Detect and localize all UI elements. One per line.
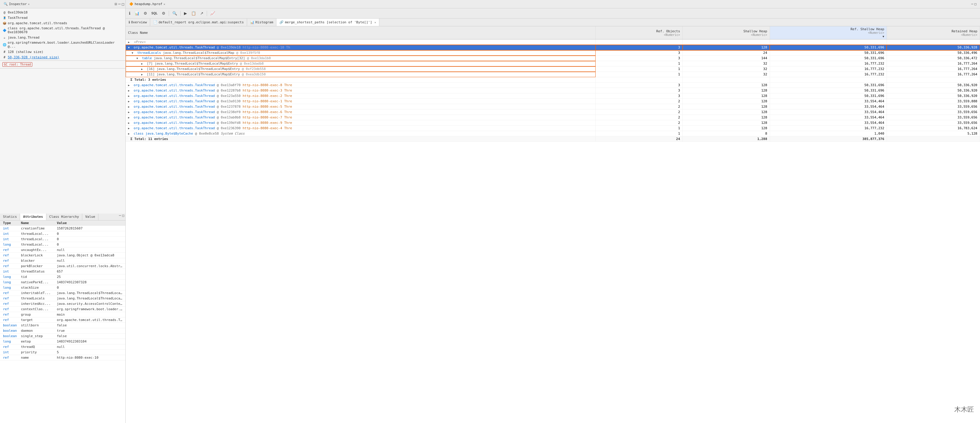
expand-threadlocals-icon[interactable]: ▼ <box>132 51 135 54</box>
table-row[interactable]: ▶ [11] java.lang.ThreadLocal$ThreadLocal… <box>126 72 980 77</box>
tab-value[interactable]: Value <box>82 214 99 220</box>
heapdump-max-btn[interactable]: □ <box>974 2 977 6</box>
gc-root-badge[interactable]: GC root: Thread <box>2 62 32 67</box>
attr-row-threadq[interactable]: ref threadQ null <box>0 344 125 350</box>
attr-row-inheritedacc[interactable]: ref inheritedAcc... java.security.Access… <box>0 301 125 307</box>
table-row[interactable]: ▶ org.apache.tomcat.util.threads.TaskThr… <box>126 99 980 104</box>
attr-row-threadlocal3[interactable]: long threadLocal... 0 <box>0 242 125 247</box>
attr-row-threadstatus[interactable]: int threadStatus 657 <box>0 269 125 274</box>
attr-row-contextclas[interactable]: ref contextClas... org.springframework.b… <box>0 307 125 312</box>
table-row[interactable]: ▶ org.apache.tomcat.util.threads.TaskThr… <box>126 88 980 93</box>
col-retained[interactable]: Retained Heap <Numeric> <box>887 26 980 40</box>
inspector-action-btn2[interactable]: ─ <box>118 2 121 6</box>
table-row[interactable]: ▼ threadLocals java.lang.ThreadLocal$Thr… <box>126 50 980 56</box>
expand-8f70-icon[interactable]: ▶ <box>128 84 131 87</box>
table-row[interactable]: ▶ org.apache.tomcat.util.threads.TaskThr… <box>126 104 980 110</box>
toolbar-export-btn[interactable]: 📋 <box>190 11 197 16</box>
attr-row-creationtime[interactable]: int creationTime 1587262815607 <box>0 226 125 231</box>
table-row[interactable]: ▶ org.apache.tomcat.util.threads.TaskThr… <box>126 120 980 126</box>
heapdump-tab-close[interactable]: ✕ <box>164 3 165 6</box>
attr-row-eetop[interactable]: long eetop 140374912303104 <box>0 339 125 344</box>
col-shallowheap[interactable]: Shallow Heap <Numeric> <box>682 26 770 40</box>
attr-row-threadlocal1[interactable]: int threadLocal... 0 <box>0 231 125 237</box>
inspector-tab-title[interactable]: 🔍 Inspector ✕ <box>1 2 32 6</box>
expand-entry16-icon[interactable]: ▶ <box>141 68 144 71</box>
expand-6390-icon[interactable]: ▶ <box>128 127 131 130</box>
attr-row-priority[interactable]: int priority 5 <box>0 350 125 355</box>
inspector-item-package[interactable]: 📦 org.apache.tomcat.util.threads <box>0 20 125 26</box>
col-refshallow[interactable]: Ref. Shallow Heap <Numeric> <box>770 26 887 40</box>
table-row[interactable]: ▶ org.apache.tomcat.util.threads.TaskThr… <box>126 115 980 120</box>
toolbar-run-btn[interactable]: ▶ <box>183 11 188 16</box>
table-row[interactable]: ▶ org.apache.tomcat.util.threads.TaskThr… <box>126 83 980 88</box>
col-classname[interactable]: Class Name <box>126 26 596 40</box>
tab-merge-paths[interactable]: 🔗 merge_shortest_paths [selection of 'By… <box>277 19 379 26</box>
inspector-item-class[interactable]: 🔷 class org.apache.tomcat.util.threads.T… <box>0 26 125 35</box>
table-row[interactable]: ▶ class java.lang.Byte$ByteCache @ 0xe0e… <box>126 131 980 137</box>
tab-attributes[interactable]: Attributes <box>20 214 46 220</box>
expand-bytecache-icon[interactable]: ▶ <box>128 132 131 135</box>
toolbar-search-btn[interactable]: 🔍 <box>171 11 178 16</box>
expand-main-icon[interactable]: ▼ <box>128 46 131 49</box>
attr-row-daemon[interactable]: boolean daemon true <box>0 328 125 334</box>
toolbar-sql-btn[interactable]: SQL <box>150 11 159 16</box>
expand-df0-icon[interactable]: ▶ <box>128 111 131 114</box>
expand-7878-icon[interactable]: ▶ <box>128 105 131 108</box>
table-row[interactable]: ▶ org.apache.tomcat.util.threads.TaskThr… <box>126 93 980 99</box>
expand-fd8-icon[interactable]: ▶ <box>128 121 131 124</box>
expand-b0b8-icon[interactable]: ▶ <box>128 116 131 119</box>
tab-class-hierarchy[interactable]: Class Hierarchy <box>46 214 82 220</box>
expand-a550-icon[interactable]: ▶ <box>128 95 131 97</box>
inspector-item-thread[interactable]: ☕ java.lang.Thread <box>0 35 125 40</box>
merge-tab-close[interactable]: ✕ <box>374 21 376 24</box>
tab-default-report[interactable]: 📄 default_report org.eclipse.mat.api:sus… <box>150 19 247 26</box>
inspector-item-taskthread[interactable]: 🧵 TaskThread <box>0 15 125 20</box>
inspector-item-retained[interactable]: # 50,336,928 (retained size) <box>0 54 125 60</box>
attr-row-group[interactable]: ref group main <box>0 312 125 317</box>
attr-row-stillborn[interactable]: boolean stillborn false <box>0 323 125 328</box>
table-row[interactable]: ▶ org.apache.tomcat.util.threads.TaskThr… <box>126 110 980 115</box>
expand-9130-icon[interactable]: ▶ <box>128 100 131 103</box>
table-row[interactable]: ▶ [7] java.lang.ThreadLocal$ThreadLocalM… <box>126 61 980 67</box>
expand-87b8-icon[interactable]: ▶ <box>128 89 131 92</box>
expand-prev-icon[interactable]: ▶ <box>128 41 131 44</box>
attr-row-threadlocal2[interactable]: int threadLocal... 0 <box>0 237 125 242</box>
tab-action-min[interactable]: ─ <box>119 214 121 220</box>
attr-row-target[interactable]: ref target org.apache.tomcat.util.thread… <box>0 317 125 323</box>
attr-row-tid[interactable]: long tid 25 <box>0 274 125 280</box>
toolbar-config-btn[interactable]: ⚙ <box>160 11 167 16</box>
heapdump-min-btn[interactable]: ─ <box>971 2 974 6</box>
attr-row-stacksize[interactable]: long stackSize 0 <box>0 285 125 291</box>
inspector-item-address[interactable]: @ 0xe139de18 <box>0 10 125 15</box>
toolbar-info-btn[interactable]: ℹ <box>127 11 132 16</box>
inspector-action-btn1[interactable]: ⊡ <box>115 2 117 6</box>
attr-row-nativepark[interactable]: long nativeParkE... 140374912307328 <box>0 280 125 285</box>
inspector-tab-close[interactable]: ✕ <box>28 3 30 6</box>
tab-action-max[interactable]: □ <box>122 214 124 220</box>
toolbar-link-btn[interactable]: ↗ <box>199 11 205 16</box>
expand-table-icon[interactable]: ▼ <box>137 57 139 60</box>
tab-statics[interactable]: Statics <box>0 214 20 220</box>
table-row[interactable]: ▼ org.apache.tomcat.util.threads.TaskThr… <box>126 45 980 50</box>
table-row[interactable]: ▶ <Prev> <box>126 40 980 45</box>
inspector-item-loader[interactable]: 🌐 org.springframework.boot.loader.Launch… <box>0 40 125 49</box>
inspector-item-shallow[interactable]: # 128 (shallow size) <box>0 49 125 54</box>
inspector-action-btn3[interactable]: □ <box>122 2 124 6</box>
toolbar-bar-btn[interactable]: 📈 <box>209 11 216 16</box>
tab-histogram[interactable]: 📊 Histogram <box>247 19 277 26</box>
tab-overview[interactable]: ℹ Overview <box>126 19 150 26</box>
attr-row-uncaught[interactable]: ref uncaughtEx... null <box>0 247 125 253</box>
attr-row-threadlocals[interactable]: ref threadLocals java.lang.ThreadLocal$T… <box>0 296 125 301</box>
attr-row-parkblocker[interactable]: ref parkBlocker java.util.concurrent.loc… <box>0 264 125 269</box>
attr-row-blockerlock[interactable]: ref blockerLock java.lang.Object @ 0xe13… <box>0 253 125 258</box>
toolbar-chart-btn[interactable]: 📊 <box>133 11 141 16</box>
attr-row-inheritable[interactable]: ref inheritableT... java.lang.ThreadLoca… <box>0 291 125 296</box>
toolbar-gear-btn[interactable]: ⚙ <box>142 11 149 16</box>
table-row[interactable]: ▶ [16] java.lang.ThreadLocal$ThreadLocal… <box>126 67 980 72</box>
table-row[interactable]: ▼ table java.lang.ThreadLocal$ThreadLoca… <box>126 56 980 61</box>
col-refobjects[interactable]: Ref. Objects <Numeric> <box>596 26 682 40</box>
table-row[interactable]: ▶ org.apache.tomcat.util.threads.TaskThr… <box>126 126 980 131</box>
heapdump-tab-title[interactable]: 🔶 heapdump.hprof ✕ <box>127 2 167 6</box>
attr-row-singlestep[interactable]: boolean single_step false <box>0 334 125 339</box>
expand-entry11-icon[interactable]: ▶ <box>141 73 144 76</box>
